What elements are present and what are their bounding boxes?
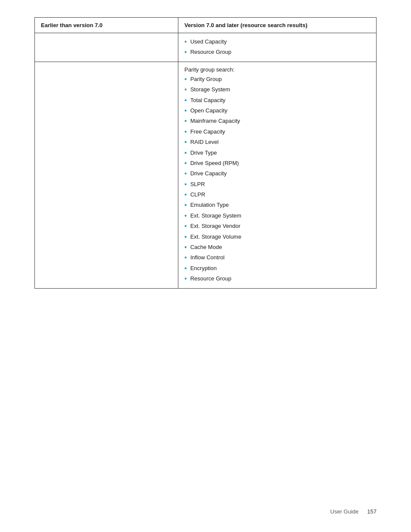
parity-group-label: Parity group search:	[184, 66, 370, 73]
bullet-dot-icon: •	[184, 127, 187, 137]
list-item: •Ext. Storage System	[184, 212, 370, 221]
list-item: •Resource Group	[184, 48, 370, 57]
footer-label: User Guide	[330, 508, 359, 515]
bullet-dot-icon: •	[184, 190, 187, 199]
bullet-dot-icon: •	[184, 106, 187, 115]
footer-page: 157	[367, 508, 377, 515]
list-item: •Used Capacity	[184, 37, 370, 47]
bullet-dot-icon: •	[184, 137, 187, 147]
list-item: •SLPR	[184, 180, 370, 189]
list-item: •Free Capacity	[184, 128, 370, 137]
table-row-2: Parity group search: •Parity Group•Stora…	[35, 62, 377, 288]
list-item: •Cache Mode	[184, 243, 370, 252]
bullet-dot-icon: •	[184, 75, 187, 84]
list-item-text: Drive Type	[190, 149, 217, 157]
list-item-text: Storage System	[190, 85, 230, 94]
comparison-table: Earlier than version 7.0 Version 7.0 and…	[34, 17, 377, 289]
row2-bullet-list: •Parity Group•Storage System•Total Capac…	[184, 75, 370, 284]
list-item-text: Ext. Storage Volume	[190, 233, 242, 241]
list-item-text: Inflow Control	[190, 253, 224, 262]
list-item: •Total Capacity	[184, 96, 370, 105]
bullet-dot-icon: •	[184, 116, 187, 126]
list-item-text: Drive Speed (RPM)	[190, 159, 239, 168]
list-item: •RAID Level	[184, 138, 370, 147]
list-item-text: Parity Group	[190, 75, 222, 84]
list-item-text: Free Capacity	[190, 128, 225, 136]
list-item-text: Used Capacity	[190, 37, 227, 46]
row1-bullet-list: •Used Capacity•Resource Group	[184, 37, 370, 57]
bullet-dot-icon: •	[184, 221, 187, 231]
list-item: •Emulation Type	[184, 201, 370, 210]
list-item: •Drive Type	[184, 149, 370, 158]
col1-header: Earlier than version 7.0	[35, 18, 178, 33]
list-item: •CLPR	[184, 190, 370, 199]
row1-right: •Used Capacity•Resource Group	[178, 33, 377, 62]
list-item: •Drive Capacity	[184, 169, 370, 178]
list-item-text: Open Capacity	[190, 106, 227, 115]
list-item: •Storage System	[184, 85, 370, 94]
list-item-text: CLPR	[190, 190, 206, 199]
list-item: •Inflow Control	[184, 253, 370, 262]
bullet-dot-icon: •	[184, 274, 187, 283]
row2-right: Parity group search: •Parity Group•Stora…	[178, 62, 377, 288]
list-item: •Ext. Storage Vendor	[184, 222, 370, 231]
list-item-text: Total Capacity	[190, 96, 226, 105]
bullet-dot-icon: •	[184, 159, 187, 168]
bullet-dot-icon: •	[184, 232, 187, 242]
list-item-text: Resource Group	[190, 48, 231, 56]
list-item-text: Ext. Storage System	[190, 212, 242, 220]
bullet-dot-icon: •	[184, 47, 187, 57]
row2-left	[35, 62, 178, 288]
list-item-text: Mainframe Capacity	[190, 117, 240, 125]
row1-left	[35, 33, 178, 62]
bullet-dot-icon: •	[184, 85, 187, 94]
bullet-dot-icon: •	[184, 148, 187, 158]
bullet-dot-icon: •	[184, 200, 187, 210]
list-item: •Ext. Storage Volume	[184, 233, 370, 242]
list-item-text: SLPR	[190, 180, 205, 189]
bullet-dot-icon: •	[184, 180, 187, 189]
table-row-1: •Used Capacity•Resource Group	[35, 33, 377, 62]
list-item: •Parity Group	[184, 75, 370, 84]
list-item-text: Resource Group	[190, 274, 231, 283]
footer: User Guide 157	[330, 508, 377, 515]
bullet-dot-icon: •	[184, 169, 187, 178]
list-item-text: RAID Level	[190, 138, 219, 146]
list-item-text: Encryption	[190, 264, 217, 273]
page-container: Earlier than version 7.0 Version 7.0 and…	[0, 0, 411, 532]
list-item: •Drive Speed (RPM)	[184, 159, 370, 168]
list-item-text: Cache Mode	[190, 243, 222, 252]
bullet-dot-icon: •	[184, 253, 187, 262]
list-item: •Mainframe Capacity	[184, 117, 370, 126]
list-item: •Encryption	[184, 264, 370, 273]
list-item: •Resource Group	[184, 274, 370, 283]
bullet-dot-icon: •	[184, 96, 187, 105]
bullet-dot-icon: •	[184, 37, 187, 47]
bullet-dot-icon: •	[184, 211, 187, 221]
bullet-dot-icon: •	[184, 243, 187, 252]
col2-header: Version 7.0 and later (resource search r…	[178, 18, 377, 33]
bullet-dot-icon: •	[184, 264, 187, 273]
list-item-text: Ext. Storage Vendor	[190, 222, 240, 230]
list-item: •Open Capacity	[184, 106, 370, 115]
list-item-text: Emulation Type	[190, 201, 229, 209]
list-item-text: Drive Capacity	[190, 169, 227, 178]
